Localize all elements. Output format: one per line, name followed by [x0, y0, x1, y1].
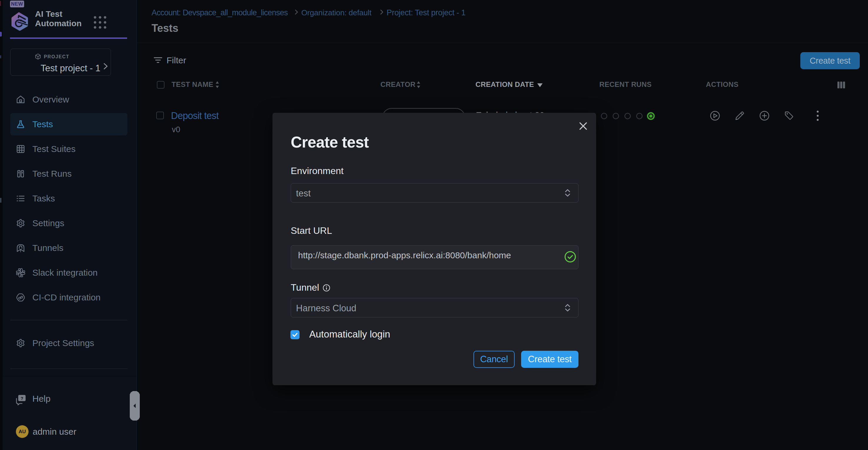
- svg-text:?: ?: [21, 396, 23, 401]
